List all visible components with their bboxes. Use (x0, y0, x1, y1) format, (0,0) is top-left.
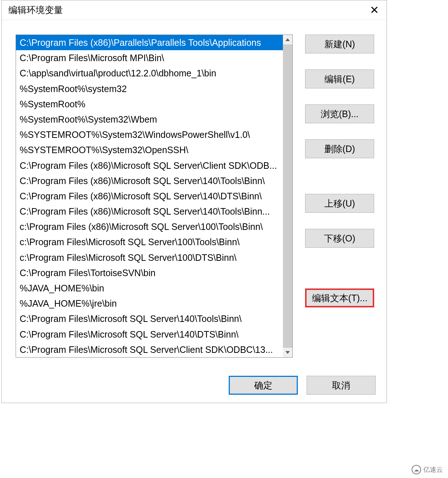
cloud-icon: ☁ (412, 465, 421, 474)
path-row[interactable]: %SystemRoot%\system32 (16, 81, 283, 96)
path-row[interactable]: %SystemRoot% (16, 96, 283, 112)
path-row[interactable]: c:\Program Files\Microsoft SQL Server\10… (16, 234, 283, 250)
move-up-button[interactable]: 上移(U) (305, 194, 374, 213)
browse-button[interactable]: 浏览(B)... (305, 104, 374, 123)
path-row[interactable]: C:\Program Files\Microsoft MPI\Bin\ (16, 50, 283, 65)
side-buttons: 新建(N) 编辑(E) 浏览(B)... 删除(D) 上移(U) 下移(O) 编… (305, 35, 374, 358)
path-row[interactable]: C:\Program Files\TortoiseSVN\bin (16, 265, 283, 280)
new-button[interactable]: 新建(N) (305, 35, 374, 53)
scrollbar[interactable] (283, 35, 292, 357)
path-row[interactable]: C:\Program Files\Microsoft SQL Server\14… (16, 327, 283, 342)
path-row[interactable]: %JAVA_HOME%\bin (16, 280, 283, 296)
dialog-footer: 确定 取消 (229, 376, 376, 395)
path-row[interactable]: C:\Program Files\Microsoft SQL Server\Cl… (16, 342, 283, 357)
scrollbar-thumb[interactable] (283, 44, 292, 348)
path-row[interactable]: C:\Program Files (x86)\Parallels\Paralle… (16, 35, 283, 50)
delete-button[interactable]: 删除(D) (305, 139, 374, 158)
path-row[interactable]: C:\app\sand\virtual\product\12.2.0\dbhom… (16, 65, 283, 81)
path-row[interactable]: %SystemRoot%\System32\Wbem (16, 112, 283, 127)
scroll-up-icon[interactable] (283, 35, 292, 44)
title-bar: 编辑环境变量 ✕ (2, 0, 387, 20)
ok-button[interactable]: 确定 (229, 376, 298, 395)
path-row[interactable]: C:\Program Files (x86)\Microsoft SQL Ser… (16, 204, 283, 219)
path-row[interactable]: %SYSTEMROOT%\System32\OpenSSH\ (16, 142, 283, 158)
cancel-button[interactable]: 取消 (307, 376, 376, 395)
edit-text-button[interactable]: 编辑文本(T)... (305, 288, 374, 307)
path-list[interactable]: C:\Program Files (x86)\Parallels\Paralle… (16, 35, 293, 358)
path-row[interactable]: C:\Program Files (x86)\Microsoft SQL Ser… (16, 188, 283, 204)
dialog-body: C:\Program Files (x86)\Parallels\Paralle… (2, 20, 387, 358)
move-down-button[interactable]: 下移(O) (305, 229, 374, 248)
watermark-text: 亿速云 (423, 465, 443, 474)
path-row[interactable]: C:\Program Files (x86)\Microsoft SQL Ser… (16, 173, 283, 188)
dialog-title: 编辑环境变量 (8, 4, 63, 16)
scroll-down-icon[interactable] (283, 348, 292, 357)
path-row[interactable]: c:\Program Files (x86)\Microsoft SQL Ser… (16, 219, 283, 234)
close-icon[interactable]: ✕ (367, 3, 381, 17)
watermark: ☁ 亿速云 (409, 463, 446, 476)
env-var-dialog: 编辑环境变量 ✕ C:\Program Files (x86)\Parallel… (1, 0, 387, 403)
path-row[interactable]: C:\Program Files\Microsoft SQL Server\14… (16, 311, 283, 326)
path-row[interactable]: c:\Program Files\Microsoft SQL Server\10… (16, 250, 283, 265)
path-row[interactable]: %JAVA_HOME%\jre\bin (16, 296, 283, 311)
path-row[interactable]: %SYSTEMROOT%\System32\WindowsPowerShell\… (16, 127, 283, 142)
edit-button[interactable]: 编辑(E) (305, 69, 374, 88)
path-row[interactable]: C:\Program Files (x86)\Microsoft SQL Ser… (16, 158, 283, 173)
